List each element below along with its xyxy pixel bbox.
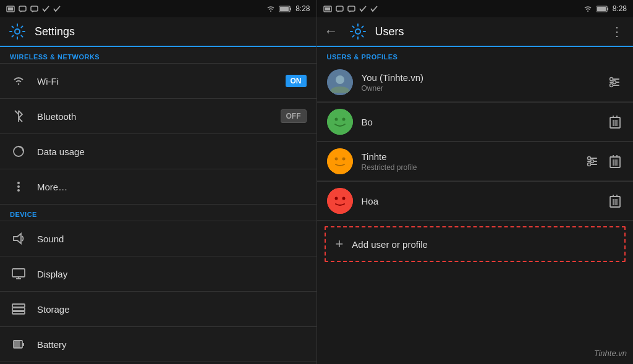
user-info-hoa: Hoa [362, 196, 599, 206]
delete-button-hoa[interactable] [607, 192, 623, 210]
bluetooth-toggle[interactable]: OFF [281, 109, 307, 123]
battery-text: Battery [37, 339, 307, 350]
right-time: 8:28 [613, 4, 627, 13]
avatar-bo [327, 109, 353, 135]
svg-point-40 [355, 29, 360, 34]
more-text: More… [37, 182, 307, 192]
delete-button-tinhte[interactable] [607, 152, 623, 171]
svg-rect-7 [290, 7, 291, 10]
svg-rect-4 [31, 6, 38, 11]
settings-button-tinhte[interactable] [584, 153, 601, 170]
svg-point-78 [342, 197, 345, 200]
section-device-label: DEVICE [0, 205, 316, 221]
svg-point-62 [342, 158, 345, 161]
bluetooth-icon [10, 109, 27, 123]
data-usage-title: Data usage [37, 146, 307, 157]
display-title: Display [37, 269, 307, 279]
battery-status-icon [279, 6, 292, 12]
settings-item-storage[interactable]: Storage [0, 292, 316, 326]
svg-rect-1 [8, 7, 13, 11]
bluetooth-title: Bluetooth [37, 111, 271, 122]
svg-point-12 [17, 185, 20, 188]
watermark: Tinhte.vn [594, 349, 627, 358]
more-options-icon[interactable]: ⋮ [608, 22, 626, 41]
right-chat2-icon [347, 6, 355, 12]
settings-gear-icon [9, 23, 26, 40]
delete-icon-bo [610, 115, 621, 129]
svg-rect-32 [325, 7, 330, 11]
battery-icon [10, 338, 27, 350]
settings-item-data-usage[interactable]: Data usage [0, 134, 316, 169]
right-status-left [323, 6, 378, 12]
wifi-toggle[interactable]: ON [286, 75, 307, 87]
user-name-bo: Bo [362, 117, 599, 127]
settings-item-wifi[interactable]: Wi-Fi ON [0, 64, 316, 98]
users-header: ← Users ⋮ [317, 17, 634, 47]
settings-item-display[interactable]: Display [0, 256, 316, 291]
right-screenshot-icon [323, 6, 332, 12]
sound-title: Sound [37, 234, 307, 244]
svg-marker-14 [14, 234, 21, 243]
user-name-you: You (Tinhte.vn) [362, 72, 598, 83]
avatar-hoa-icon [327, 188, 353, 214]
user-info-bo: Bo [362, 117, 599, 127]
svg-rect-22 [22, 343, 24, 346]
user-item-bo[interactable]: Bo [317, 103, 634, 142]
svg-point-13 [17, 189, 20, 192]
avatar-tinhte-icon [327, 148, 353, 174]
users-panel: 8:28 ← Users ⋮ USERS & PROFILES [317, 0, 634, 364]
sound-text: Sound [37, 234, 307, 244]
svg-rect-8 [280, 7, 289, 11]
settings-item-more[interactable]: More… [0, 169, 316, 204]
svg-point-42 [336, 75, 344, 84]
settings-header-icon [7, 22, 27, 41]
user-item-you[interactable]: You (Tinhte.vn) Owner [317, 63, 634, 102]
right-status-bar: 8:28 [317, 0, 634, 17]
settings-panel: 8:28 Settings WIRELESS & NETWORKS Wi-Fi … [0, 0, 317, 364]
avatar-hoa [327, 188, 353, 214]
storage-icon [10, 303, 27, 315]
users-section-label: USERS & PROFILES [317, 47, 634, 63]
section-wireless-label: WIRELESS & NETWORKS [0, 47, 316, 63]
wifi-icon [10, 75, 27, 87]
user-info-you: You (Tinhte.vn) Owner [362, 72, 598, 93]
user-name-tinhte: Tinhte [362, 151, 576, 162]
settings-button-you[interactable] [606, 74, 623, 91]
avatar-tinhte [327, 148, 353, 174]
user-info-tinhte: Tinhte Restricted profile [362, 151, 576, 172]
left-time: 8:28 [295, 4, 310, 13]
wifi-title: Wi-Fi [37, 76, 276, 87]
svg-point-61 [334, 158, 338, 161]
right-chat-icon [336, 6, 344, 12]
settings-item-sound[interactable]: Sound [0, 221, 316, 256]
users-header-icon [348, 22, 368, 41]
svg-point-76 [327, 188, 353, 214]
svg-point-9 [15, 29, 20, 34]
divider-u4 [317, 221, 634, 221]
battery-title: Battery [37, 339, 307, 350]
avatar-bo-icon [327, 109, 353, 135]
back-arrow-icon[interactable]: ← [325, 23, 338, 40]
svg-point-77 [334, 197, 338, 200]
avatar-you [327, 69, 353, 95]
settings-item-bluetooth[interactable]: Bluetooth OFF [0, 99, 316, 133]
display-icon [10, 268, 27, 279]
settings-list: WIRELESS & NETWORKS Wi-Fi ON Bluetooth O… [0, 47, 316, 364]
user-item-hoa[interactable]: Hoa [317, 182, 634, 221]
more-icon [10, 180, 27, 193]
svg-rect-33 [336, 6, 343, 11]
delete-button-bo[interactable] [607, 112, 623, 131]
user-item-tinhte[interactable]: Tinhte Restricted profile [317, 142, 634, 181]
svg-rect-19 [12, 308, 25, 311]
svg-rect-39 [597, 7, 606, 11]
settings-item-battery[interactable]: Battery [0, 327, 316, 362]
delete-icon-tinhte [610, 154, 621, 168]
svg-point-68 [588, 163, 591, 166]
user-actions-you [606, 74, 623, 91]
data-usage-icon [10, 145, 27, 158]
add-user-row[interactable]: + Add user or profile [325, 226, 626, 262]
svg-rect-38 [607, 7, 608, 10]
user-role-tinhte: Restricted profile [362, 163, 576, 172]
svg-point-51 [342, 118, 345, 121]
svg-point-49 [327, 109, 353, 135]
